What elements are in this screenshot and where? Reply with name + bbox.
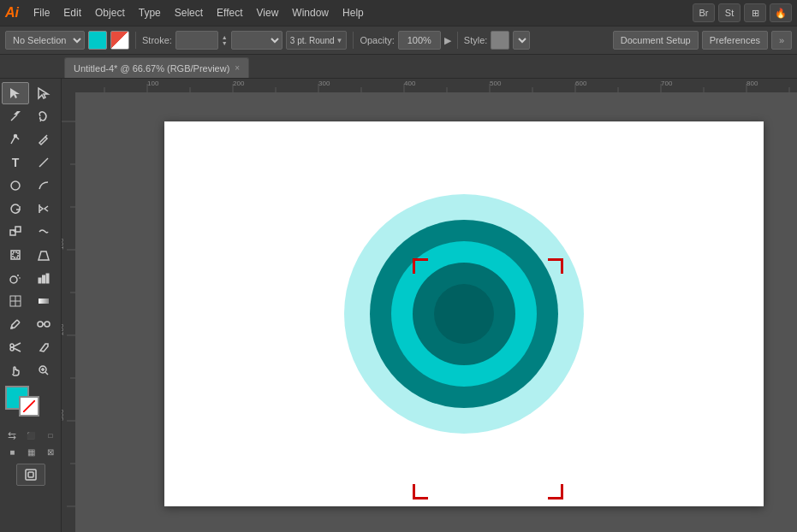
svg-text:700: 700	[661, 80, 673, 87]
doc-setup-button[interactable]: Document Setup	[613, 31, 699, 50]
blend-tool[interactable]	[30, 313, 57, 335]
svg-line-7	[39, 158, 48, 167]
column-graph-tool[interactable]	[30, 267, 57, 289]
tool-row-shapes	[2, 174, 59, 197]
document-tab[interactable]: Untitled-4* @ 66.67% (RGB/Preview) ×	[64, 57, 249, 78]
magic-wand-tool[interactable]	[2, 105, 29, 127]
scissors-tool[interactable]	[2, 336, 29, 358]
mesh-tool[interactable]	[2, 290, 29, 312]
selection-bracket-tl	[413, 258, 428, 274]
canvas-area[interactable]: 100 200 300 400 500 600 700 800	[62, 79, 797, 532]
svg-point-15	[10, 276, 17, 283]
doc-tab-close[interactable]: ×	[235, 63, 240, 73]
menu-type[interactable]: Type	[133, 4, 167, 21]
menu-edit[interactable]: Edit	[57, 4, 87, 21]
style-label: Style:	[464, 35, 488, 45]
style-swatch[interactable]	[491, 31, 509, 50]
bridge-icon[interactable]: Br	[693, 3, 715, 22]
knife-tool[interactable]	[30, 336, 57, 358]
hand-tool[interactable]	[2, 359, 29, 381]
artboard	[164, 121, 764, 506]
menu-window[interactable]: Window	[286, 4, 335, 21]
opacity-label: Opacity:	[360, 35, 394, 45]
svg-point-17	[19, 277, 21, 279]
pencil-tool[interactable]	[30, 128, 57, 151]
ruler-top: 100 200 300 400 500 600 700 800	[62, 79, 797, 92]
lasso-tool[interactable]	[30, 105, 57, 127]
reflect-tool[interactable]	[30, 198, 57, 220]
gradient-tool[interactable]	[30, 290, 57, 312]
type-tool[interactable]: T	[2, 151, 29, 174]
circle-center	[434, 284, 494, 344]
selection-dropdown[interactable]: No Selection	[5, 31, 85, 50]
more-button[interactable]: »	[771, 31, 792, 50]
opacity-arrow[interactable]: ▶	[444, 35, 451, 46]
doc-tab-title: Untitled-4* @ 66.67% (RGB/Preview)	[74, 63, 229, 74]
free-transform-tool[interactable]	[2, 244, 29, 266]
left-toolbar: T	[0, 79, 62, 532]
stock-icon[interactable]: St	[718, 3, 740, 22]
warp-tool[interactable]	[30, 221, 57, 243]
svg-line-6	[45, 135, 47, 137]
svg-text:600: 600	[575, 80, 587, 87]
stroke-style-pill[interactable]: 3 pt. Round ▼	[286, 31, 348, 50]
svg-rect-20	[46, 274, 49, 283]
menu-view[interactable]: View	[251, 4, 285, 21]
pen-tool[interactable]	[2, 128, 29, 151]
swap-colors-btn[interactable]: ⇆	[3, 428, 21, 443]
menu-effect[interactable]: Effect	[211, 4, 248, 21]
selection-bracket-br	[548, 484, 563, 499]
rotate-tool[interactable]	[2, 198, 29, 220]
perspective-tool[interactable]	[30, 244, 57, 266]
solid-color-btn[interactable]: ■	[3, 444, 21, 459]
svg-rect-67	[62, 79, 75, 532]
svg-text:400: 400	[404, 80, 416, 87]
line-tool[interactable]	[30, 151, 57, 174]
svg-marker-1	[39, 88, 48, 98]
pattern-btn[interactable]: ⊠	[42, 444, 59, 459]
svg-point-31	[10, 347, 14, 351]
menu-help[interactable]: Help	[336, 4, 370, 21]
opacity-input[interactable]	[398, 31, 441, 50]
fill-swatch[interactable]	[88, 31, 107, 50]
gradient-btn[interactable]: ▦	[22, 444, 39, 459]
svg-line-35	[45, 372, 48, 375]
symbol-spray-tool[interactable]	[2, 267, 29, 289]
stroke-width-input[interactable]	[175, 31, 218, 50]
ruler-left-ticks: 100 200 300	[62, 79, 75, 532]
tool-row-scissors	[2, 336, 59, 358]
stroke-options[interactable]	[231, 31, 283, 50]
zoom-tool[interactable]	[30, 359, 57, 381]
pencil-smooth-tool[interactable]	[30, 174, 57, 197]
ruler-top-ticks: 100 200 300 400 500 600 700 800	[62, 79, 797, 92]
direct-selection-tool[interactable]	[30, 82, 57, 104]
tool-row-scale	[2, 221, 59, 243]
svg-rect-39	[28, 472, 33, 477]
stroke-arrows[interactable]: ▲ ▼	[222, 34, 228, 46]
grid-icon[interactable]: ⊞	[744, 3, 766, 22]
menu-object[interactable]: Object	[89, 4, 131, 21]
selection-bracket-tr	[548, 258, 563, 274]
svg-line-32	[14, 343, 21, 346]
menu-file[interactable]: File	[27, 4, 56, 21]
artwork	[344, 194, 584, 434]
drawing-mode-btn[interactable]	[2, 464, 59, 486]
svg-rect-40	[62, 79, 797, 92]
svg-point-5	[15, 135, 17, 138]
scale-tool[interactable]	[2, 221, 29, 243]
flame-icon[interactable]: 🔥	[770, 3, 792, 22]
ellipse-tool[interactable]	[2, 174, 29, 197]
preferences-button[interactable]: Preferences	[702, 31, 768, 50]
stroke-color-swatch[interactable]	[19, 396, 39, 417]
svg-rect-38	[26, 470, 36, 480]
style-dropdown[interactable]: ▼	[513, 31, 530, 50]
menu-select[interactable]: Select	[169, 4, 209, 21]
svg-line-4	[40, 120, 41, 121]
none-btn[interactable]: □	[42, 428, 59, 443]
selection-tool[interactable]	[2, 82, 29, 104]
stroke-none-indicator	[23, 400, 35, 412]
eyedropper-tool[interactable]	[2, 313, 29, 335]
color-control-row: ⇆ ⬛ □	[2, 428, 59, 443]
default-colors-btn[interactable]: ⬛	[22, 428, 39, 443]
stroke-swatch[interactable]	[110, 31, 129, 50]
